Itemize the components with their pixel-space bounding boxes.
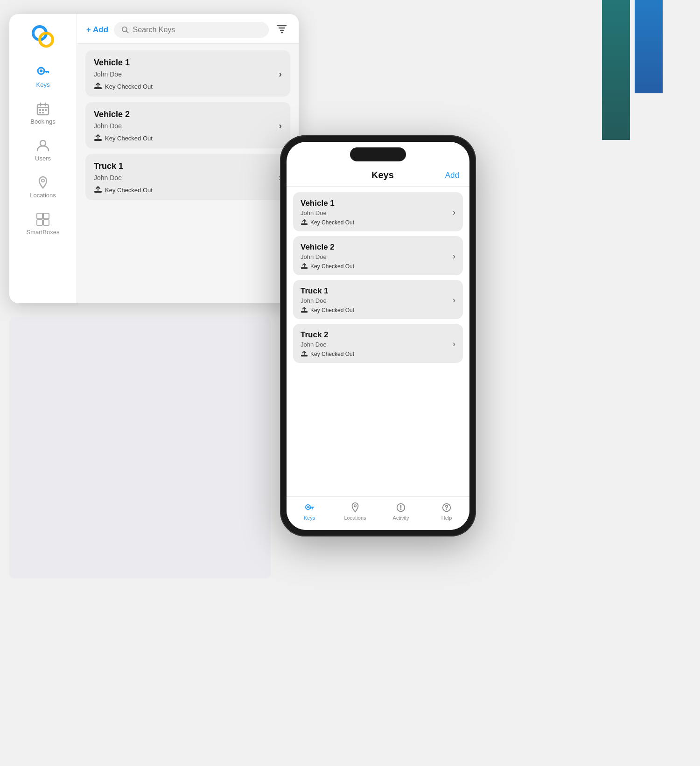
- phone-mockup: Keys Add Vehicle 1 John Doe Key Checked …: [280, 135, 476, 536]
- sidebar-keys-label: Keys: [36, 81, 50, 88]
- svg-point-36: [400, 508, 402, 510]
- key-card-status-0: Key Checked Out: [94, 83, 153, 90]
- phone-key-status-3: Key Checked Out: [301, 351, 354, 357]
- svg-rect-21: [43, 220, 49, 225]
- phone-nav-help[interactable]: Help: [424, 501, 469, 521]
- svg-rect-25: [94, 139, 102, 141]
- svg-rect-4: [48, 71, 49, 73]
- svg-rect-14: [39, 112, 41, 113]
- phone-key-status-1: Key Checked Out: [301, 263, 354, 270]
- search-input[interactable]: [133, 26, 261, 34]
- phone-chevron-1: ›: [453, 251, 455, 261]
- phone-nav-keys[interactable]: Keys: [287, 501, 332, 521]
- search-bar: [114, 22, 269, 38]
- toolbar: + Add: [77, 14, 299, 44]
- background-area: [9, 317, 271, 578]
- checkout-icon-0: [94, 83, 102, 90]
- svg-point-17: [42, 179, 44, 182]
- svg-point-33: [354, 505, 357, 507]
- phone-nav-keys-label: Keys: [304, 515, 315, 521]
- phone-checkout-icon-3: [301, 351, 308, 357]
- checkout-icon-1: [94, 134, 102, 142]
- phone-key-title-3: Truck 2: [301, 330, 354, 340]
- keys-nav-icon: [303, 501, 315, 514]
- phone-title: Keys: [320, 170, 445, 181]
- phone-key-user-0: John Doe: [301, 209, 354, 216]
- key-status-text-2: Key Checked Out: [105, 187, 153, 194]
- svg-rect-27: [301, 223, 308, 225]
- phone-checkout-icon-2: [301, 307, 308, 313]
- phone-bottom-nav: Keys Locations: [287, 496, 469, 530]
- sidebar-item-smartboxes[interactable]: SmartBoxes: [9, 207, 77, 239]
- phone-notch: [350, 147, 406, 161]
- sidebar-bookings-label: Bookings: [30, 118, 55, 125]
- phone-key-card-3[interactable]: Truck 2 John Doe Key Checked Out ›: [293, 324, 463, 363]
- phone-status-2: Key Checked Out: [310, 307, 354, 313]
- phone-key-title-1: Vehicle 2: [301, 243, 354, 252]
- phone-status-1: Key Checked Out: [310, 263, 354, 270]
- phone-key-user-1: John Doe: [301, 253, 354, 260]
- sidebar: Keys Bookings Users: [9, 14, 77, 303]
- phone-key-card-0[interactable]: Vehicle 1 John Doe Key Checked Out ›: [293, 192, 463, 231]
- sidebar-item-locations[interactable]: Locations: [9, 170, 77, 202]
- phone-key-info-3: Truck 2 John Doe Key Checked Out: [301, 330, 354, 357]
- phone-key-card-1[interactable]: Vehicle 2 John Doe Key Checked Out ›: [293, 236, 463, 275]
- phone-nav-activity[interactable]: Activity: [378, 501, 424, 521]
- phone-nav-activity-label: Activity: [393, 515, 409, 521]
- sidebar-smartboxes-label: SmartBoxes: [27, 229, 60, 236]
- phone-chevron-2: ›: [453, 295, 455, 305]
- svg-rect-18: [37, 213, 42, 219]
- svg-rect-19: [43, 213, 49, 219]
- chevron-right-0: ›: [279, 69, 282, 79]
- filter-icon: [276, 23, 287, 35]
- phone-key-info-2: Truck 1 John Doe Key Checked Out: [301, 286, 354, 313]
- phone-key-card-2[interactable]: Truck 1 John Doe Key Checked Out ›: [293, 280, 463, 319]
- svg-rect-11: [39, 109, 41, 111]
- sidebar-locations-label: Locations: [30, 192, 56, 199]
- svg-line-23: [126, 31, 128, 33]
- help-nav-icon: [441, 501, 453, 514]
- key-status-text-0: Key Checked Out: [105, 83, 153, 90]
- phone-key-title-2: Truck 1: [301, 286, 354, 296]
- sidebar-item-users[interactable]: Users: [9, 133, 77, 166]
- svg-rect-15: [42, 112, 44, 113]
- phone-keys-list: Vehicle 1 John Doe Key Checked Out › Veh…: [287, 187, 469, 496]
- sidebar-item-keys[interactable]: Keys: [9, 60, 77, 92]
- svg-rect-24: [94, 87, 102, 89]
- app-logo: [29, 22, 57, 50]
- desktop-key-card-2[interactable]: Truck 1 John Doe Key Checked Out ›: [85, 154, 290, 200]
- phone-nav-locations[interactable]: Locations: [332, 501, 378, 521]
- svg-rect-12: [42, 109, 44, 111]
- desktop-key-card-0[interactable]: Vehicle 1 John Doe Key Checked Out ›: [85, 50, 290, 97]
- key-card-user-0: John Doe: [94, 70, 153, 78]
- sidebar-item-bookings[interactable]: Bookings: [9, 97, 77, 129]
- search-icon: [121, 26, 129, 34]
- key-card-title-2: Truck 1: [94, 161, 153, 171]
- phone-status-3: Key Checked Out: [310, 351, 354, 357]
- add-button[interactable]: + Add: [86, 25, 108, 35]
- svg-point-6: [40, 70, 42, 72]
- locations-nav-icon: [349, 501, 361, 514]
- checkout-icon-2: [94, 186, 102, 194]
- phone-chevron-3: ›: [453, 339, 455, 349]
- phone-add-button[interactable]: Add: [445, 171, 459, 180]
- main-content: + Add Vehicle 1 John Doe: [77, 14, 299, 303]
- activity-nav-icon: [395, 501, 407, 514]
- phone-key-user-2: John Doe: [301, 297, 354, 304]
- phone-checkout-icon-1: [301, 263, 308, 270]
- phone-key-title-0: Vehicle 1: [301, 199, 354, 208]
- filter-button[interactable]: [274, 21, 289, 38]
- svg-point-38: [446, 509, 447, 510]
- svg-rect-13: [45, 109, 47, 111]
- key-card-title-0: Vehicle 1: [94, 58, 153, 68]
- key-card-info-1: Vehicle 2 John Doe Key Checked Out: [94, 110, 153, 142]
- svg-rect-28: [301, 267, 308, 269]
- svg-rect-29: [301, 311, 308, 313]
- svg-point-32: [307, 506, 309, 508]
- phone-key-info-1: Vehicle 2 John Doe Key Checked Out: [301, 243, 354, 270]
- desktop-key-card-1[interactable]: Vehicle 2 John Doe Key Checked Out ›: [85, 102, 290, 148]
- sidebar-users-label: Users: [35, 155, 51, 162]
- key-card-status-1: Key Checked Out: [94, 134, 153, 142]
- svg-rect-20: [37, 220, 42, 225]
- svg-point-16: [40, 140, 46, 146]
